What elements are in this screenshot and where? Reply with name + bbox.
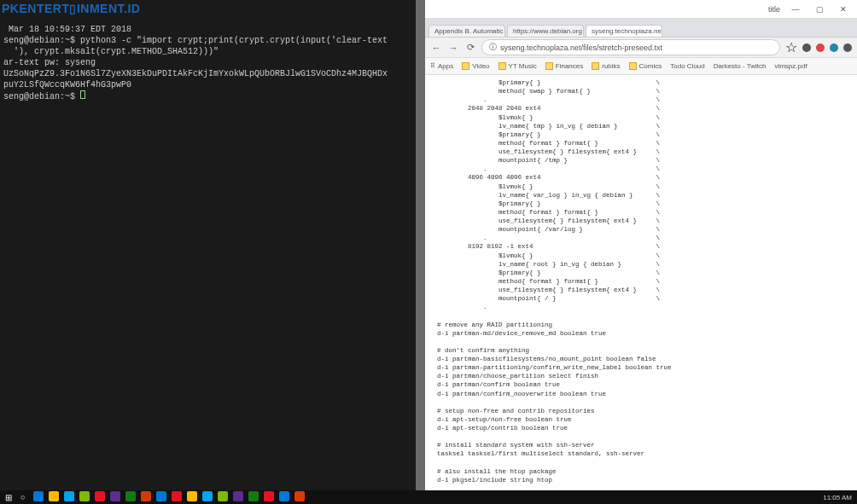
maximize-button[interactable]: ▢ xyxy=(811,5,828,14)
bookmark-label: YT Music xyxy=(509,62,537,70)
tab-label: syseng.technoplaza.ne xyxy=(592,27,662,35)
terminal-cursor[interactable] xyxy=(80,90,85,99)
taskbar-app-icon[interactable] xyxy=(218,491,228,501)
apps-button[interactable]: ⠿Apps xyxy=(430,62,453,70)
extension-icon[interactable] xyxy=(830,43,838,52)
bookmark-item[interactable]: vimspz.pdf xyxy=(774,62,807,70)
bookmark-label: Apps xyxy=(438,62,453,70)
browser-tab-active[interactable]: syseng.technoplaza.ne× xyxy=(586,25,662,37)
url-text: syseng.technoplaza.net/files/stretch-pre… xyxy=(500,43,662,52)
bookmark-item[interactable]: YT Music xyxy=(498,62,537,70)
back-button[interactable]: ← xyxy=(430,43,442,53)
tab-label: https://www.debian.org xyxy=(513,27,582,35)
taskbar-app-icon[interactable] xyxy=(95,491,105,501)
bookmark-label: Darkesto - Twitch xyxy=(714,62,767,70)
folder-icon xyxy=(629,62,637,70)
taskbar-app-icon[interactable] xyxy=(156,491,166,501)
browser-address-bar: ← → ⟳ ⓘ syseng.technoplaza.net/files/str… xyxy=(425,38,857,58)
desktop: Mar 18 10:59:37 EDT 2018 seng@debian:~$ … xyxy=(0,0,857,490)
apps-icon: ⠿ xyxy=(430,62,435,70)
bookmark-label: rubiks xyxy=(602,62,620,70)
tab-label: Appendix B. Automatic xyxy=(434,27,504,35)
reload-button[interactable]: ⟳ xyxy=(464,42,476,53)
taskbar-app-icon[interactable] xyxy=(187,491,197,501)
system-clock[interactable]: 11:05 AM xyxy=(823,494,852,501)
forward-button[interactable]: → xyxy=(447,43,459,53)
taskbar-app-icon[interactable] xyxy=(202,491,213,501)
bookmark-label: Finances xyxy=(556,62,583,70)
folder-icon xyxy=(592,62,599,70)
start-button[interactable]: ⊞ xyxy=(5,493,12,502)
bookmark-item[interactable]: Finances xyxy=(545,62,583,70)
taskbar-app-icon[interactable] xyxy=(279,491,289,501)
watermark-logo: PKENTERT▯INMENT.ID xyxy=(2,2,140,15)
bookmark-item[interactable]: Darkesto - Twitch xyxy=(714,62,767,70)
url-input[interactable]: ⓘ syseng.technoplaza.net/files/stretch-p… xyxy=(481,39,780,55)
bookmark-label: Todo Cloud xyxy=(670,62,704,70)
taskbar-app-icon[interactable] xyxy=(64,491,74,501)
taskbar-app-icon[interactable] xyxy=(172,491,182,501)
taskbar-app-icon[interactable] xyxy=(33,491,44,501)
terminal-prompt: seng@debian:~$ xyxy=(3,36,75,45)
terminal-line: ar-text pw: syseng xyxy=(3,58,96,67)
windows-taskbar: ⊞ ○ 11:05 AM xyxy=(0,490,857,504)
browser-tabs: Appendix B. Automatic× https://www.debia… xyxy=(425,19,857,38)
folder-icon xyxy=(545,62,553,70)
bookmark-label: Video xyxy=(472,62,489,70)
browser-window: title — ▢ ✕ Appendix B. Automatic× https… xyxy=(425,0,857,490)
terminal-window[interactable]: Mar 18 10:59:37 EDT 2018 seng@debian:~$ … xyxy=(0,0,416,490)
bookmark-label: Comics xyxy=(639,62,662,70)
taskbar-app-icon[interactable] xyxy=(141,491,151,501)
browser-tab[interactable]: Appendix B. Automatic× xyxy=(428,25,505,37)
site-info-icon[interactable]: ⓘ xyxy=(489,42,497,53)
extension-icon[interactable] xyxy=(816,43,825,52)
terminal-output: puY2LSfQWccqKW6Hf4hG3pwP0 xyxy=(3,80,131,90)
terminal-output: UzSoNqPzZ9.3Fo1N6Sl7ZyeXN3EkDuPDItAkFcKj… xyxy=(3,69,388,78)
taskbar-app-icon[interactable] xyxy=(49,491,59,501)
terminal-command: python3 -c "import crypt;print(crypt.cry… xyxy=(75,36,388,45)
bookmarks-bar: ⠿Apps Video YT Music Finances rubiks Com… xyxy=(425,58,857,75)
terminal-line: Mar 18 10:59:37 EDT 2018 xyxy=(3,25,131,34)
page-content[interactable]: $primary{ } \ method{ swap } format{ } \… xyxy=(425,75,857,490)
terminal-prompt: seng@debian:~$ xyxy=(3,92,75,101)
browser-titlebar: title — ▢ ✕ xyxy=(425,0,857,19)
search-icon[interactable]: ○ xyxy=(20,493,25,501)
window-title-text: title xyxy=(768,5,780,14)
terminal-line: '), crypt.mksalt(crypt.METHOD_SHA512)))" xyxy=(3,47,219,56)
bookmark-item[interactable]: Todo Cloud xyxy=(670,62,704,70)
close-button[interactable]: ✕ xyxy=(835,5,852,14)
taskbar-app-icon[interactable] xyxy=(125,491,136,501)
folder-icon xyxy=(498,62,506,70)
taskbar-app-icon[interactable] xyxy=(264,491,274,501)
extension-icon[interactable] xyxy=(802,43,811,52)
minimize-button[interactable]: — xyxy=(787,5,804,14)
bookmark-item[interactable]: rubiks xyxy=(592,62,620,70)
window-divider[interactable] xyxy=(416,0,425,490)
taskbar-app-icon[interactable] xyxy=(294,491,305,501)
taskbar-app-icon[interactable] xyxy=(79,491,90,501)
browser-tab[interactable]: https://www.debian.org× xyxy=(507,25,584,37)
taskbar-app-icon[interactable] xyxy=(110,491,120,501)
bookmark-item[interactable]: Video xyxy=(462,62,489,70)
bookmark-label: vimspz.pdf xyxy=(774,62,807,70)
extension-icon[interactable] xyxy=(843,43,852,52)
taskbar-app-icon[interactable] xyxy=(248,491,259,501)
folder-icon xyxy=(462,62,469,70)
bookmark-item[interactable]: Comics xyxy=(629,62,662,70)
taskbar-app-icon[interactable] xyxy=(233,491,243,501)
bookmark-star-icon[interactable]: ☆ xyxy=(785,39,797,55)
